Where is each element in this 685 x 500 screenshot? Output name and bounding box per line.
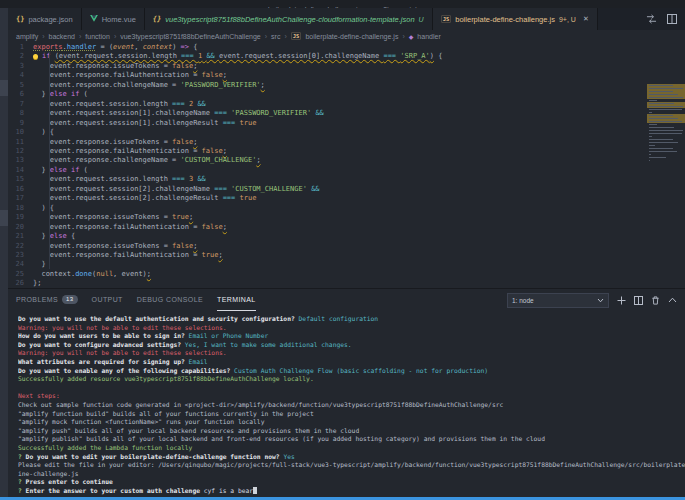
breadcrumb-item[interactable]: amplify [16,33,38,40]
activity-bar-strip [0,8,8,497]
tab-label: vue3typescript8751f88bDefineAuthChalleng… [165,15,414,24]
code-content: event.response.failAuthentication = fals… [33,223,227,232]
code-line: 4 event.response.failAuthentication = fa… [8,71,685,80]
line-number: 12 [8,147,33,156]
code-content: event.request.session[2].challengeResult… [33,194,256,203]
line-number: 1 [8,43,33,52]
line-number: 8 [8,109,33,118]
json-icon: {} [16,15,24,23]
code-content: event.request.session.length === 3 && [33,175,206,184]
terminal-select-value: 1: node [512,297,534,304]
chevron-right-icon: › [402,33,404,40]
panel-tab-label: PROBLEMS [16,296,58,303]
terminal-line: "amplify mock function <functionName>" r… [18,418,685,427]
code-lines: 1exports.handler = (event, context) => {… [8,42,685,288]
terminal-line: ? Do you want to edit your boilerplate-d… [18,453,685,462]
panel-tab-label: OUTPUT [92,296,123,303]
tab-bar: {} package.json Home.vue {} vue3typescri… [8,8,685,30]
maximize-panel-icon[interactable] [668,297,677,303]
code-line: 23 event.response.failAuthentication = t… [8,251,685,260]
line-number: 13 [8,156,33,165]
code-content: context.done(null, event); [33,270,151,279]
tab-boilerplate-define-challenge[interactable]: JS boilerplate-define-challenge.js 9+, U… [433,8,598,30]
code-content: } else if ( [33,166,88,175]
code-line: 9 event.request.session[1].challengeResu… [8,119,685,128]
breadcrumb-item[interactable]: function [85,33,110,40]
close-icon[interactable]: ✕ [583,15,589,23]
terminal-output[interactable]: Do you want to use the default authentic… [18,315,685,498]
vue-icon [90,15,98,24]
terminal-line: Warning: you will not be able to edit th… [18,349,685,358]
tab-cloudformation-template[interactable]: {} vue3typescript8751f88bDefineAuthChall… [145,8,433,30]
code-content: event.request.session.length === 2 && [33,100,206,109]
terminal-select[interactable]: 1: node [507,293,609,308]
line-number: 6 [8,90,33,99]
code-content: } else { [33,232,75,241]
code-line: 19 event.response.issueTokens = true; [8,213,685,222]
code-content: } else if ( [33,90,88,99]
breadcrumb-item[interactable]: backend [49,33,75,40]
chevron-down-icon [597,297,604,304]
line-number: 3 [8,62,33,71]
panel-tab-output[interactable]: OUTPUT [92,289,123,311]
panel-actions: 1: node [507,293,677,308]
breadcrumb-item[interactable]: boilerplate-define-challenge.js [305,33,398,40]
code-content: event.request.session[2].challengeName =… [33,185,320,194]
split-editor-icon[interactable] [667,14,677,24]
tab-package-json[interactable]: {} package.json [8,8,82,30]
chevron-right-icon: › [114,33,116,40]
symbol-method-icon: ◆ [409,33,414,40]
code-line: 12 event.response.failAuthentication = f… [8,147,685,156]
code-line: 10 ) { [8,128,685,137]
panel-tab-terminal[interactable]: TERMINAL [217,289,256,311]
code-line: 8 event.request.session[1].challengeName… [8,109,685,118]
terminal-line: Successfully added resource vue3typescri… [18,375,685,384]
code-content: event.response.failAuthentication = fals… [33,147,227,156]
code-line: 3 event.response.issueTokens = false; [8,62,685,71]
panel-tab-debug-console[interactable]: DEBUG CONSOLE [137,289,203,311]
terminal-line: What attributes are required for signing… [18,358,685,367]
code-line: 24 } [8,260,685,269]
split-terminal-icon[interactable] [634,296,643,305]
terminal-line: Successfully added the Lambda function l… [18,444,685,453]
code-line: 15 event.request.session.length === 3 && [8,175,685,184]
new-terminal-icon[interactable] [617,296,626,305]
code-content: event.response.challengeName = 'CUSTOM_C… [33,156,261,165]
panel-tab-problems[interactable]: PROBLEMS 13 [16,289,78,311]
breadcrumb-item[interactable]: src [271,33,280,40]
lightbulb-icon[interactable] [33,54,38,59]
code-editor[interactable]: 1exports.handler = (event, context) => {… [8,42,685,288]
line-number: 26 [8,279,33,288]
code-line: 25 context.done(null, event); [8,270,685,279]
code-content: event.response.challengeName = 'PASSWORD… [33,81,265,90]
line-number: 24 [8,260,33,269]
breadcrumb-item[interactable]: vue3typescript8751f88bDefineAuthChalleng… [120,33,261,40]
terminal-line: Check out sample function code generated… [18,401,685,410]
line-number: 23 [8,251,33,260]
chevron-right-icon: › [79,33,81,40]
code-line: 17 event.request.session[2].challengeRes… [8,194,685,203]
breadcrumb-item[interactable]: handler [417,33,440,40]
tab-label: package.json [28,15,72,24]
chevron-right-icon: › [42,33,44,40]
tab-label: Home.vue [102,15,136,24]
breadcrumb: amplify› backend› function› vue3typescri… [8,30,685,42]
terminal-line: Do you want to enable any of the followi… [18,367,685,376]
line-number: 11 [8,138,33,147]
code-content: event.response.issueTokens = true; [33,213,193,222]
chevron-right-icon: › [265,33,267,40]
code-line: 11 event.response.issueTokens = false; [8,138,685,147]
line-number: 25 [8,270,33,279]
line-number: 2 [8,52,33,61]
line-number: 21 [8,232,33,241]
line-number: 14 [8,166,33,175]
line-number: 17 [8,194,33,203]
tab-home-vue[interactable]: Home.vue [82,8,145,30]
minimap[interactable] [647,84,685,288]
kill-terminal-icon[interactable] [651,296,660,305]
open-changes-icon[interactable] [646,14,657,24]
terminal-line: Please edit the file in your editor: /Us… [18,461,685,470]
terminal-line: Warning: you will not be able to edit th… [18,324,685,333]
code-line: 1exports.handler = (event, context) => { [8,43,685,52]
tab-problems-git-status: 9+, U [559,16,576,23]
